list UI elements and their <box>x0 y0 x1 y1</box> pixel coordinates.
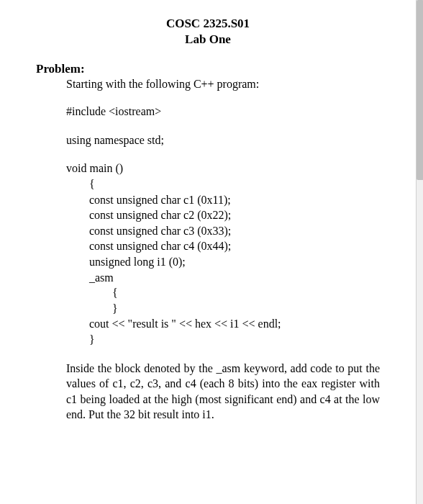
course-code: COSC 2325.S01 <box>36 16 380 32</box>
code-cout: cout << "result is " << hex << i1 << end… <box>66 316 380 332</box>
code-c4: const unsigned char c4 (0x44); <box>66 238 380 254</box>
code-brace-close: } <box>66 332 380 348</box>
scrollbar-thumb[interactable] <box>417 0 423 180</box>
code-main-sig: void main () <box>66 161 380 176</box>
lab-title: Lab One <box>36 32 380 48</box>
code-asm: _asm <box>66 270 380 286</box>
code-c3: const unsigned char c3 (0x33); <box>66 223 380 239</box>
code-brace-open: { <box>66 176 380 192</box>
content-block: Starting with the following C++ program:… <box>36 78 380 423</box>
code-i1: unsigned long i1 (0); <box>66 254 380 270</box>
intro-text: Starting with the following C++ program: <box>66 78 380 91</box>
document-header: COSC 2325.S01 Lab One <box>36 16 380 48</box>
code-c1: const unsigned char c1 (0x11); <box>66 192 380 208</box>
code-include: #include <iostream> <box>66 104 380 120</box>
code-asm-open: { <box>66 285 380 301</box>
section-label: Problem: <box>36 62 380 76</box>
code-using: using namespace std; <box>66 132 380 148</box>
code-asm-close: } <box>66 301 380 317</box>
vertical-scrollbar[interactable] <box>416 0 423 504</box>
instruction-text: Inside the block denoted by the _asm key… <box>66 361 380 423</box>
code-c2: const unsigned char c2 (0x22); <box>66 207 380 223</box>
